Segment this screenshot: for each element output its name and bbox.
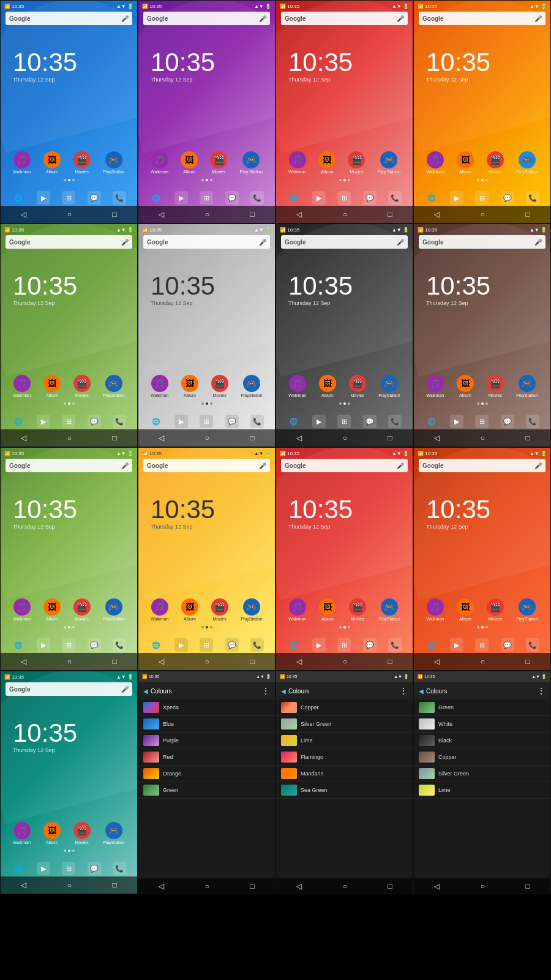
status-bar: 📶 10:35 ▲▼ 🔋: [1, 1, 137, 12]
list-item[interactable]: Black: [414, 733, 550, 749]
list-item[interactable]: Flamingo: [276, 749, 413, 766]
list-item[interactable]: Purple: [138, 733, 275, 749]
menu-header: ◀ Colours ⋮: [276, 682, 413, 699]
phone-sage: 📶 10:35 ▲▼ 🔋 Google 🎤 10:35 Thursday 12 …: [0, 447, 138, 671]
clock: 10:35 Thursday 12 Sep: [151, 50, 215, 83]
colours-menu-2: 📶 10:35 ▲▼ 🔋 ◀ Colours ⋮ Copper Silver G…: [276, 671, 413, 894]
list-item[interactable]: Sea Green: [276, 782, 413, 799]
walkman-icon-item[interactable]: 🎵 Walkman: [13, 151, 31, 174]
google-search-bar[interactable]: Google 🎤: [143, 12, 270, 25]
colour-list-1: Xperia Blue Purple Red Orange Green: [138, 699, 275, 878]
app-icons-row: 🎵 Walkman 🖼 Album 🎬 Movies 🎮 PlayStation: [1, 151, 137, 174]
phone-yellow: 📶 10:35 ▲▼ 🔋 Google 🎤 10:35 Thursday 12 …: [138, 447, 276, 671]
list-item[interactable]: Green: [414, 699, 550, 716]
playstation-icon-item[interactable]: 🎮 PlayStation: [103, 151, 124, 174]
phone-brown: 📶 10:35 ▲▼ 🔋 Google 🎤 10:35 Thursday 12 …: [413, 224, 551, 447]
colours-menu-3: 📶 10:35 ▲▼ 🔋 ◀ Colours ⋮ Green White Bla…: [413, 671, 551, 894]
phone-grid: 📶 10:35 ▲▼ 🔋 Google 🎤 10:35 Thursday 12 …: [0, 0, 551, 894]
colour-list-3: Green White Black Copper Silver Green Li…: [414, 699, 550, 878]
list-item[interactable]: Green: [138, 782, 275, 799]
list-item[interactable]: Lime: [414, 782, 550, 799]
phone-olive: 📶 10:35 ▲▼ 🔋 Google 🎤 10:35 Thursday 12 …: [0, 224, 138, 447]
list-item[interactable]: Orange: [138, 766, 275, 782]
phone-purple: 📶 10:35 ▲▼ 🔋 Google 🎤 10:35 Thursday 12 …: [138, 0, 276, 224]
page-dots: [138, 179, 275, 181]
movies-icon-item[interactable]: 🎬 Movies: [73, 151, 91, 174]
page-dots: [1, 179, 137, 181]
nav-bar: ◁ ○ □: [138, 206, 275, 223]
app-icons-row: 🎵Walkman 🖼Album 🎬Movies 🎮Play Station: [138, 151, 275, 174]
nav-bar: ◁ ○ □: [1, 206, 137, 223]
phone-mandarin: 📶 10:35 ▲▼ 🔋 Google 🎤 10:35 Thursday 12 …: [413, 447, 551, 671]
dock-bar: 🌐 ▶ ⊞ 💬 📞: [1, 191, 137, 205]
phone-blue: 📶 10:35 ▲▼ 🔋 Google 🎤 10:35 Thursday 12 …: [0, 0, 138, 224]
list-item[interactable]: White: [414, 716, 550, 733]
phone-red: 📶 10:35 ▲▼ 🔋 Google 🎤 10:35 Thursday 12 …: [276, 0, 413, 224]
phone-black: 📶 10:35 ▲▼ 🔋 Google 🎤 10:35 Thursday 12 …: [276, 224, 413, 447]
clock: 10:35 Thursday 12 Sep: [13, 50, 77, 83]
colours-menu-1: 📶 10:35 ▲▼ 🔋 ◀ Colours ⋮ Xperia Blue Pur…: [138, 671, 276, 894]
menu-header: ◀ Colours ⋮: [138, 682, 275, 699]
status-bar: 📶 10:35 ▲▼ 🔋: [138, 1, 275, 12]
phone-orange: 📶 10:35 ▲▼ 🔋 Google 🎤 10:35 Thursday 12 …: [413, 0, 551, 224]
list-item[interactable]: Silver Green: [276, 716, 413, 733]
colour-list-2: Copper Silver Green Lime Flamingo Mandar…: [276, 699, 413, 878]
list-item[interactable]: Silver Green: [414, 766, 550, 782]
list-item[interactable]: Mandarin: [276, 766, 413, 782]
phone-flamingo: 📶 10:35 ▲▼ 🔋 Google 🎤 10:35 Thursday 12 …: [276, 447, 413, 671]
list-item[interactable]: Lime: [276, 733, 413, 749]
list-item[interactable]: Copper: [276, 699, 413, 716]
list-item[interactable]: Xperia: [138, 699, 275, 716]
list-item[interactable]: Blue: [138, 716, 275, 733]
list-item[interactable]: Red: [138, 749, 275, 766]
dock-bar: 🌐 ▶ ⊞ 💬 📞: [138, 191, 275, 205]
list-item[interactable]: Copper: [414, 749, 550, 766]
phone-silver: 📶 10:35 ▲▼ 🔋 Google 🎤 10:35 Thursday 12 …: [138, 224, 276, 447]
album-icon-item[interactable]: 🖼 Album: [43, 151, 61, 174]
phone-teal: 📶 10:35 ▲▼ 🔋 Google 🎤 10:35 Thursday 12 …: [0, 671, 138, 894]
google-search-bar[interactable]: Google 🎤: [6, 12, 132, 25]
menu-header: ◀ Colours ⋮: [414, 682, 550, 699]
